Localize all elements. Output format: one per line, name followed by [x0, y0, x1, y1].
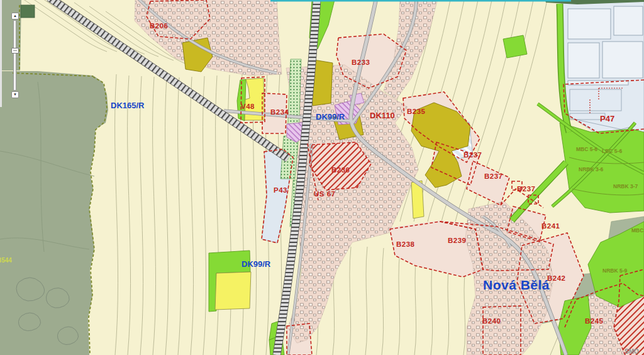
label-b237-2: B237	[484, 172, 503, 180]
label-b238: B238	[396, 240, 415, 248]
map-canvas[interactable]: B206 B233 B234 V48 DK110 B235 P47 B237 B…	[0, 0, 644, 355]
label-b245: B245	[585, 317, 604, 325]
label-b235: B235	[407, 108, 426, 115]
label-b237-3: B237	[517, 185, 536, 193]
dense-forest-patch	[21, 5, 35, 18]
label-dk110: DK110	[370, 111, 395, 120]
label-b241: B241	[541, 222, 560, 230]
zoom-slider-handle[interactable]	[11, 48, 19, 54]
label-b236: B236	[331, 166, 350, 174]
label-b234: B234	[270, 108, 289, 116]
label-dk165r: DK165/R	[111, 101, 145, 110]
label-nrbk59: NRBK 5-9	[602, 268, 627, 274]
label-b233: B233	[352, 59, 370, 66]
slider-gutter	[0, 0, 2, 107]
map-viewport[interactable]: B206 B233 B234 V48 DK110 B235 P47 B237 B…	[0, 0, 644, 355]
label-b240: B240	[482, 317, 501, 325]
label-b544: B544	[0, 257, 12, 264]
down-arrow-icon: ▼	[13, 93, 17, 96]
label-nova-bela: Nová Bělá	[483, 278, 550, 292]
label-b242: B242	[547, 274, 566, 282]
label-dk99r-1: DK99/R	[316, 112, 345, 121]
label-p43: P43	[274, 186, 287, 194]
utility-line	[270, 0, 571, 2]
label-nrbk37: NRBK 3-7	[613, 183, 638, 189]
zoom-slider-track[interactable]	[13, 20, 16, 91]
zoom-out-button[interactable]: ▼	[11, 91, 19, 98]
label-mbc: MBC	[631, 227, 643, 234]
label-v48: V48	[241, 103, 255, 110]
label-dk99r-2: DK99/R	[242, 259, 271, 269]
label-b206: B206	[150, 22, 169, 30]
label-smo: SMO	[625, 348, 639, 355]
label-b239: B239	[448, 237, 467, 244]
label-us67: US 67	[314, 190, 335, 198]
zoom-slider[interactable]: ▲ ▼	[11, 13, 19, 98]
up-arrow-icon: ▲	[13, 14, 17, 18]
zoom-in-button[interactable]: ▲	[11, 13, 19, 20]
label-p47: P47	[600, 114, 614, 123]
label-b237-1: B237	[464, 151, 482, 159]
label-mbc56: MBC 5-6	[576, 146, 597, 152]
label-nrbk36: NRBK 3-6	[579, 166, 603, 172]
label-lbc56: LBC 5-6	[602, 148, 622, 154]
